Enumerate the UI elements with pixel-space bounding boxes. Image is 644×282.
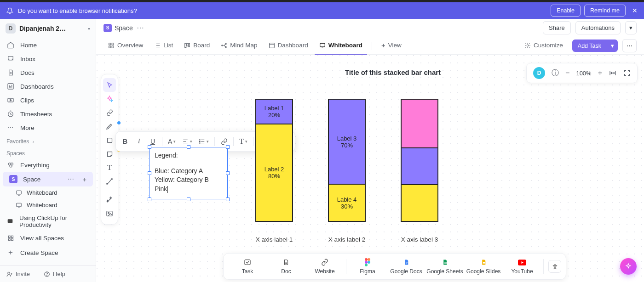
svg-point-42 bbox=[368, 258, 370, 261]
bold-button[interactable]: B bbox=[119, 135, 132, 148]
shape-tool[interactable] bbox=[103, 133, 116, 147]
add-task-caret-button[interactable]: ▾ bbox=[607, 39, 618, 52]
add-task-button[interactable]: Add Task bbox=[572, 39, 607, 52]
enable-button[interactable]: Enable bbox=[551, 5, 581, 17]
sticky-tool[interactable] bbox=[103, 147, 116, 161]
help-link[interactable]: Help bbox=[44, 271, 65, 277]
connector-tool[interactable] bbox=[103, 175, 116, 188]
close-icon[interactable]: ✕ bbox=[632, 7, 638, 14]
main-area: S Space ⋯ Share Automations ▾ Overview L… bbox=[96, 19, 644, 282]
pin-button[interactable] bbox=[548, 260, 561, 273]
customize-button[interactable]: Customize bbox=[520, 37, 568, 55]
card-doc[interactable]: Doc bbox=[267, 256, 305, 276]
sidebar-item-view-all-spaces[interactable]: View all Spaces bbox=[0, 231, 96, 245]
tab-whiteboard[interactable]: Whiteboard bbox=[315, 37, 367, 55]
sidebar-item-label: Timesheets bbox=[20, 111, 52, 118]
fullscreen-icon[interactable] bbox=[623, 69, 631, 77]
chart-title[interactable]: Title of this stacked bar chart bbox=[299, 68, 487, 76]
legend-textbox[interactable]: Legend: Blue: Category A Yellow: Categor… bbox=[150, 147, 228, 199]
segment-label: Lable 4 bbox=[337, 196, 357, 203]
tab-board[interactable]: Board bbox=[179, 37, 214, 55]
invite-link[interactable]: Invite bbox=[6, 271, 30, 277]
tab-overview[interactable]: Overview bbox=[104, 37, 148, 55]
sidebar-item-label: Create Space bbox=[20, 249, 58, 256]
select-tool[interactable] bbox=[103, 78, 116, 92]
sidebar-item-inbox[interactable]: Inbox bbox=[0, 52, 96, 66]
sidebar-item-space[interactable]: S Space ⋯ + bbox=[3, 172, 93, 186]
list-button[interactable]: ▾ bbox=[196, 135, 212, 148]
text-style-button[interactable]: T▾ bbox=[236, 135, 250, 148]
automations-button[interactable]: Automations bbox=[575, 21, 621, 34]
board-icon bbox=[184, 42, 190, 49]
segment-value: 80% bbox=[268, 173, 280, 180]
card-website[interactable]: Website bbox=[305, 256, 344, 276]
sidebar-item-using-clickup[interactable]: Using ClickUp for Productivity bbox=[0, 211, 96, 231]
card-task[interactable]: Task bbox=[228, 256, 267, 276]
legend-content[interactable]: Legend: Blue: Category A Yellow: Categor… bbox=[150, 147, 227, 197]
svg-rect-11 bbox=[8, 219, 13, 223]
svg-point-37 bbox=[200, 140, 201, 141]
segment-label: Label 1 bbox=[264, 105, 284, 112]
zoom-in-icon[interactable]: + bbox=[598, 69, 602, 77]
card-google-slides[interactable]: Google Slides bbox=[464, 256, 503, 276]
breadcrumb[interactable]: S Space bbox=[104, 24, 133, 32]
bar-column-3[interactable] bbox=[401, 99, 438, 222]
automations-caret-button[interactable]: ▾ bbox=[625, 21, 637, 34]
card-youtube[interactable]: YouTube bbox=[503, 256, 541, 276]
zoom-out-icon[interactable]: − bbox=[565, 69, 569, 77]
text-tool[interactable]: T bbox=[103, 161, 116, 175]
overflow-button[interactable]: ⋯ bbox=[622, 39, 637, 52]
svg-rect-32 bbox=[107, 138, 112, 142]
bar-column-2[interactable]: Label 370%Lable 430% bbox=[328, 99, 366, 222]
sidebar-item-label: Everything bbox=[20, 162, 50, 169]
sidebar-item-more[interactable]: More bbox=[0, 121, 96, 135]
dashboard-icon bbox=[6, 83, 15, 90]
bar-segment bbox=[402, 100, 437, 147]
share-button[interactable]: Share bbox=[543, 21, 571, 34]
magic-tool[interactable] bbox=[103, 193, 116, 207]
svg-rect-12 bbox=[8, 236, 10, 238]
info-icon[interactable]: ⓘ bbox=[552, 68, 559, 78]
card-google-docs[interactable]: Google Docs bbox=[387, 256, 426, 276]
ai-fab[interactable] bbox=[620, 258, 637, 275]
remind-button[interactable]: Remind me bbox=[584, 5, 626, 17]
tab-add-view[interactable]: +View bbox=[377, 37, 406, 55]
svg-point-34 bbox=[111, 179, 112, 180]
sidebar-item-clips[interactable]: Clips bbox=[0, 93, 96, 107]
whiteboard-canvas[interactable]: D ⓘ − 100% + T bbox=[96, 55, 644, 282]
help-icon bbox=[44, 271, 50, 277]
sidebar-item-dashboards[interactable]: Dashboards bbox=[0, 79, 96, 93]
card-google-sheets[interactable]: Google Sheets bbox=[426, 256, 464, 276]
section-favorites[interactable]: Favorites › bbox=[0, 135, 96, 147]
plus-icon[interactable]: + bbox=[82, 175, 86, 183]
svg-rect-40 bbox=[245, 260, 250, 265]
svg-point-28 bbox=[225, 46, 226, 47]
sidebar-sub-whiteboard-2[interactable]: Whiteboard bbox=[0, 199, 96, 211]
link-tool[interactable] bbox=[103, 106, 116, 119]
italic-button[interactable]: I bbox=[132, 135, 145, 148]
ai-tool[interactable] bbox=[103, 92, 116, 106]
notification-bar: Do you want to enable browser notificati… bbox=[0, 2, 644, 19]
svg-point-33 bbox=[107, 183, 108, 184]
sidebar-item-docs[interactable]: Docs bbox=[0, 66, 96, 79]
fit-width-icon[interactable] bbox=[609, 69, 617, 77]
avatar[interactable]: D bbox=[533, 67, 545, 79]
sidebar-item-everything[interactable]: Everything bbox=[0, 158, 96, 172]
card-figma[interactable]: Figma bbox=[348, 256, 387, 276]
bar-segment bbox=[402, 184, 437, 221]
sidebar-item-timesheets[interactable]: Timesheets bbox=[0, 107, 96, 121]
more-dots-icon[interactable]: ⋯ bbox=[137, 23, 144, 32]
font-button[interactable]: A▾ bbox=[165, 135, 178, 148]
sidebar-item-create-space[interactable]: + Create Space bbox=[0, 245, 96, 260]
svg-point-43 bbox=[365, 261, 368, 264]
pen-tool[interactable] bbox=[103, 119, 116, 133]
bar-column-1[interactable]: Label 120%Label 280% bbox=[255, 99, 293, 222]
tab-list[interactable]: List bbox=[150, 37, 178, 55]
sidebar-item-home[interactable]: Home bbox=[0, 38, 96, 52]
more-dots-icon[interactable]: ⋯ bbox=[68, 175, 74, 183]
tab-mindmap[interactable]: Mind Map bbox=[216, 37, 262, 55]
tab-dashboard[interactable]: Dashboard bbox=[264, 37, 313, 55]
sidebar-sub-whiteboard-1[interactable]: Whiteboard bbox=[0, 186, 96, 199]
workspace-switcher[interactable]: D Dipanjenah 2… ▾ bbox=[0, 19, 96, 38]
image-tool[interactable] bbox=[103, 207, 116, 220]
